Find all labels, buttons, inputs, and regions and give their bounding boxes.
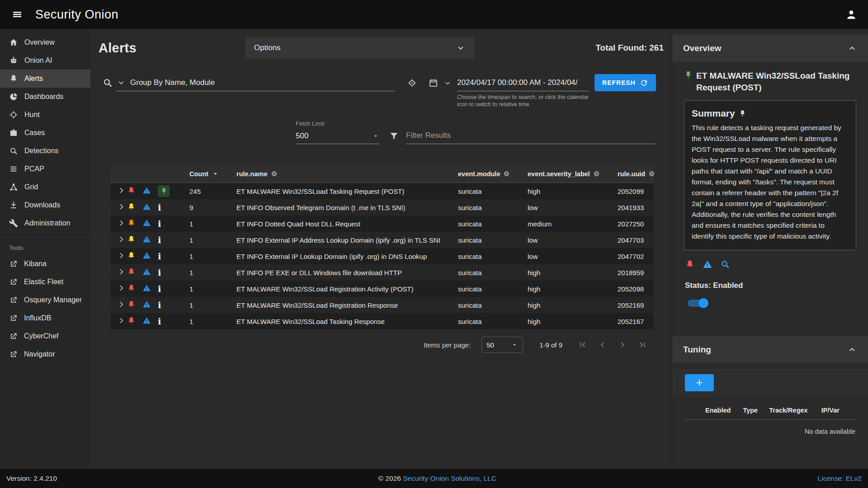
warning-triangle-icon[interactable] xyxy=(142,219,151,227)
hamburger-menu-button[interactable] xyxy=(9,6,25,23)
sidebar-item-overview[interactable]: Overview xyxy=(0,33,90,52)
calendar-icon[interactable] xyxy=(429,78,438,88)
items-per-page-select[interactable]: 50 xyxy=(481,337,523,353)
cell-module[interactable]: suricata xyxy=(453,220,523,228)
cell-module[interactable]: suricata xyxy=(453,318,523,325)
warning-triangle-icon[interactable] xyxy=(142,267,151,276)
fetch-limit-select[interactable]: 500 xyxy=(296,131,379,144)
cell-severity[interactable]: low xyxy=(523,204,595,211)
remove-groupby-icon[interactable] xyxy=(271,170,278,177)
cell-severity[interactable]: high xyxy=(523,269,595,277)
cell-severity[interactable]: high xyxy=(523,285,595,293)
expand-row-icon[interactable] xyxy=(117,267,126,276)
sidebar-item-influxdb[interactable]: InfluxDB xyxy=(0,309,90,327)
warning-triangle-icon[interactable] xyxy=(142,202,151,211)
warning-triangle-icon[interactable] xyxy=(142,284,151,292)
expand-row-icon[interactable] xyxy=(117,235,126,244)
column-header-rule-name[interactable]: rule.name xyxy=(223,170,453,178)
warning-triangle-icon[interactable] xyxy=(142,235,151,244)
expand-row-icon[interactable] xyxy=(117,219,126,227)
threshold-warning-icon[interactable] xyxy=(703,259,712,269)
alert-bell-icon[interactable] xyxy=(127,251,136,260)
sidebar-item-navigator[interactable]: Navigator xyxy=(0,345,90,363)
target-icon[interactable] xyxy=(407,78,417,88)
cell-count[interactable]: 1 xyxy=(178,253,223,260)
sidebar-item-downloads[interactable]: Downloads xyxy=(0,196,90,214)
chevron-down-icon[interactable] xyxy=(443,79,452,87)
date-range-input[interactable] xyxy=(457,78,589,87)
overview-panel-header[interactable]: Overview xyxy=(672,35,868,62)
cell-module[interactable]: suricata xyxy=(453,253,523,260)
info-icon[interactable]: ℹ xyxy=(158,251,161,261)
cell-uuid[interactable]: 2018959 xyxy=(595,269,654,277)
cell-rule-name[interactable]: ET INFO Dotted Quad Host DLL Request xyxy=(223,220,453,228)
cell-module[interactable]: suricata xyxy=(453,188,523,195)
cell-severity[interactable]: low xyxy=(523,253,595,260)
sidebar-item-alerts[interactable]: Alerts xyxy=(0,70,90,88)
sidebar-item-grid[interactable]: Grid xyxy=(0,178,90,196)
warning-triangle-icon[interactable] xyxy=(142,300,151,309)
alert-bell-icon[interactable] xyxy=(127,300,136,309)
expand-row-icon[interactable] xyxy=(117,202,126,211)
info-icon[interactable]: ℹ xyxy=(158,316,161,326)
refresh-button[interactable]: REFRESH xyxy=(594,74,656,91)
warning-triangle-icon[interactable] xyxy=(142,251,151,260)
info-icon[interactable]: ℹ xyxy=(158,202,161,212)
alert-bell-icon[interactable] xyxy=(127,267,136,276)
sidebar-item-cases[interactable]: Cases xyxy=(0,124,90,142)
user-account-button[interactable] xyxy=(844,7,859,22)
add-tuning-button[interactable] xyxy=(685,374,714,391)
cell-uuid[interactable]: 2047703 xyxy=(595,236,654,244)
filter-results-input[interactable] xyxy=(406,131,656,140)
column-header-count[interactable]: Count xyxy=(178,170,223,178)
company-link[interactable]: Security Onion Solutions, LLC xyxy=(403,474,496,482)
warning-triangle-icon[interactable] xyxy=(142,186,151,195)
expand-row-icon[interactable] xyxy=(117,316,126,325)
cell-rule-name[interactable]: ET INFO External IP Lookup Domain (ipify… xyxy=(223,253,453,260)
cell-uuid[interactable]: 2052099 xyxy=(595,188,654,195)
info-icon[interactable]: ℹ xyxy=(158,300,161,310)
sidebar-item-kibana[interactable]: Kibana xyxy=(0,255,90,273)
cell-uuid[interactable]: 2047702 xyxy=(595,253,654,260)
remove-groupby-icon[interactable] xyxy=(648,170,655,177)
cell-count[interactable]: 1 xyxy=(178,269,223,277)
sidebar-item-hunt[interactable]: Hunt xyxy=(0,106,90,124)
info-icon[interactable]: ℹ xyxy=(158,219,161,229)
cell-severity[interactable]: high xyxy=(523,188,595,195)
column-header-severity[interactable]: event.severity_label xyxy=(523,170,595,178)
first-page-button[interactable] xyxy=(578,340,588,350)
sidebar-item-elastic-fleet[interactable]: Elastic Fleet xyxy=(0,273,90,291)
column-header-event-module[interactable]: event.module xyxy=(453,170,523,178)
search-icon[interactable] xyxy=(720,259,730,269)
info-icon[interactable]: ℹ xyxy=(158,267,161,277)
sort-desc-icon[interactable] xyxy=(212,170,219,178)
cell-count[interactable]: 1 xyxy=(178,285,223,293)
cell-count[interactable]: 1 xyxy=(178,220,223,228)
alert-bell-icon[interactable] xyxy=(127,235,136,244)
cell-rule-name[interactable]: ET MALWARE Win32/SSLoad Registration Res… xyxy=(223,301,453,309)
rule-enabled-toggle[interactable] xyxy=(688,298,708,308)
info-icon[interactable]: ℹ xyxy=(158,235,161,245)
warning-triangle-icon[interactable] xyxy=(142,316,151,325)
expand-row-icon[interactable] xyxy=(117,186,126,195)
alert-bell-icon[interactable] xyxy=(685,259,695,269)
cell-uuid[interactable]: 2027250 xyxy=(595,220,654,228)
cell-module[interactable]: suricata xyxy=(453,204,523,211)
cell-rule-name[interactable]: ET INFO PE EXE or DLL Windows file downl… xyxy=(223,269,453,277)
cell-module[interactable]: suricata xyxy=(453,236,523,244)
last-page-button[interactable] xyxy=(637,340,647,350)
alert-bell-icon[interactable] xyxy=(127,219,136,227)
next-page-button[interactable] xyxy=(618,340,627,350)
sidebar-item-detections[interactable]: Detections xyxy=(0,142,90,160)
sidebar-item-dashboards[interactable]: Dashboards xyxy=(0,88,90,106)
cell-module[interactable]: suricata xyxy=(453,301,523,309)
cell-uuid[interactable]: 2052169 xyxy=(595,301,654,309)
alert-bell-icon[interactable] xyxy=(127,202,136,211)
column-header-rule-uuid[interactable]: rule.uuid xyxy=(595,170,654,178)
options-dropdown[interactable]: Options xyxy=(245,37,475,59)
alert-bell-icon[interactable] xyxy=(127,284,136,292)
expand-row-icon[interactable] xyxy=(117,251,126,260)
cell-rule-name[interactable]: ET MALWARE Win32/SSLoad Registration Act… xyxy=(223,285,453,293)
license-link[interactable]: License: ELv2 xyxy=(818,474,862,483)
cell-rule-name[interactable]: ET INFO Observed Telegram Domain (t .me … xyxy=(223,204,453,211)
